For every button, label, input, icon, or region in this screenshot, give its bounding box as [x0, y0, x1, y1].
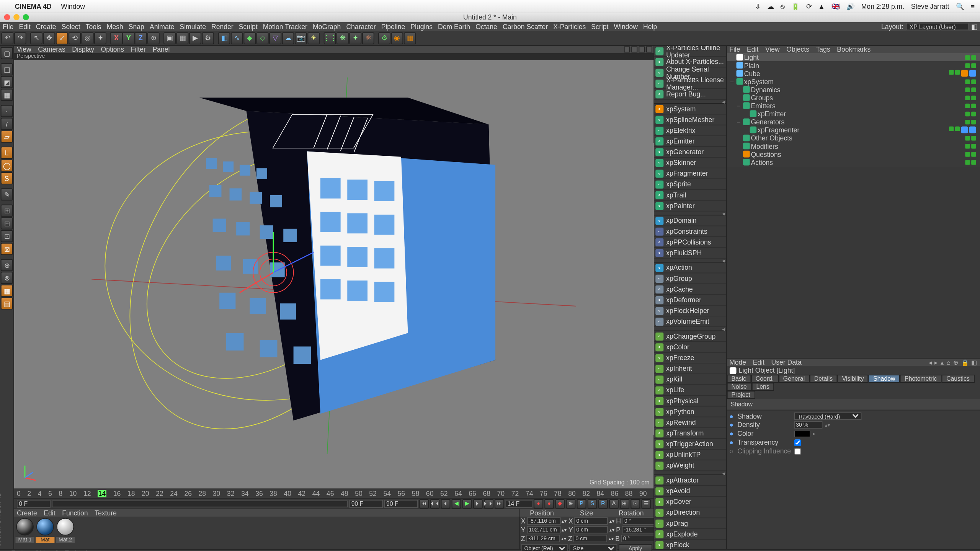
traffic-lights[interactable]: [4, 14, 29, 20]
xp-xpcover[interactable]: ∘xpCover: [654, 497, 726, 507]
prev-frame-icon[interactable]: ⏴: [441, 499, 451, 509]
tree-item-groups[interactable]: Groups: [727, 93, 980, 101]
deformer-icon[interactable]: ▽: [269, 32, 281, 44]
xp-xpgroup[interactable]: ∘xpGroup: [654, 273, 726, 284]
density-input[interactable]: [794, 421, 822, 429]
key-icon[interactable]: ◆: [555, 499, 565, 509]
tab-lens[interactable]: Lens: [751, 383, 774, 391]
xp-x-particles-license-manager---[interactable]: ∘X-Particles License Manager...: [654, 78, 726, 89]
light-icon[interactable]: ☀: [308, 32, 320, 44]
rot-H-input[interactable]: [622, 517, 656, 525]
mat-menu-create[interactable]: Create: [17, 509, 37, 517]
xp-xplife[interactable]: ∘xpLife: [654, 385, 726, 396]
obj-menu-file[interactable]: File: [729, 46, 740, 53]
tl-opt-icon[interactable]: ⊡: [630, 499, 640, 509]
snap-icon[interactable]: ⊞: [1, 205, 13, 217]
shadow-type-select[interactable]: Raytraced (Hard): [794, 412, 861, 420]
clipping-checkbox[interactable]: [794, 448, 801, 455]
xp-xpcolor[interactable]: ∘xpColor: [654, 342, 726, 352]
step-fwd-icon[interactable]: ⏵⏵: [484, 499, 493, 509]
obj-menu-tags[interactable]: Tags: [816, 46, 830, 53]
undo-icon[interactable]: ↶: [2, 32, 14, 44]
search-icon[interactable]: 🔍: [956, 3, 964, 10]
tab-caustics[interactable]: Caustics: [942, 375, 974, 383]
rotate-tool-icon[interactable]: ⟲: [69, 32, 81, 44]
dynamics-icon[interactable]: ⚛: [362, 32, 374, 44]
pos-Y-input[interactable]: [527, 526, 560, 533]
rot-P-input[interactable]: [622, 526, 656, 533]
xp-xpinherit[interactable]: ∘xpInherit: [654, 363, 726, 374]
tree-item-actions[interactable]: Actions: [727, 158, 980, 166]
transparency-checkbox[interactable]: [794, 439, 801, 446]
render-region-icon[interactable]: ▦: [176, 32, 189, 44]
xp-xpphysical[interactable]: ∘xpPhysical: [654, 396, 726, 406]
menu-character[interactable]: Character: [346, 23, 376, 30]
mac-menu-window[interactable]: Window: [61, 3, 85, 10]
xp-xpsprite[interactable]: ∘xpSprite: [654, 179, 726, 190]
goto-end-icon[interactable]: ⏭: [495, 499, 504, 509]
apply-button[interactable]: Apply: [619, 544, 652, 551]
texture-mode-icon[interactable]: ◩: [1, 76, 13, 88]
xp-xpaction[interactable]: ∘xpAction: [654, 262, 726, 273]
nav-back-icon[interactable]: ◂: [929, 359, 932, 366]
xp-xpsystem[interactable]: ∘xpSystem: [654, 104, 726, 114]
obj-menu-objects[interactable]: Objects: [786, 46, 809, 53]
xp2-icon[interactable]: ◉: [391, 32, 403, 44]
obj-menu-edit[interactable]: Edit: [747, 46, 758, 53]
xp-xppython[interactable]: ∘xpPython: [654, 406, 726, 417]
render-view-icon[interactable]: ▣: [163, 32, 176, 44]
vp-menu-view[interactable]: View: [17, 46, 31, 53]
move-tool-icon[interactable]: ✥: [43, 32, 56, 44]
xp3-icon[interactable]: ▦: [404, 32, 416, 44]
tree-item-emitters[interactable]: −Emitters: [727, 101, 980, 109]
next-frame-icon[interactable]: ⏵: [473, 499, 483, 509]
size-Z-input[interactable]: [573, 535, 607, 542]
camera-icon[interactable]: 📷: [295, 32, 307, 44]
status-icon[interactable]: 🔊: [846, 3, 854, 10]
polygon-mode-icon[interactable]: ▱: [1, 130, 13, 143]
object-tree[interactable]: LightPlainCube−xpSystemDynamicsGroups−Em…: [727, 53, 980, 168]
axis-lock[interactable]: XYZ: [110, 32, 147, 44]
vp-menu-display[interactable]: Display: [72, 46, 94, 53]
xp-xpavoid[interactable]: ∘xpAvoid: [654, 486, 726, 496]
step-back-icon[interactable]: ⏴⏴: [430, 499, 439, 509]
xp-xpdrag[interactable]: ∘xpDrag: [654, 518, 726, 529]
vp-nav-icon[interactable]: [646, 46, 652, 52]
render-settings-icon[interactable]: ⚙: [202, 32, 214, 44]
tree-item-modifiers[interactable]: Modifiers: [727, 142, 980, 150]
menu-window[interactable]: Window: [614, 23, 638, 30]
status-icon[interactable]: ▲: [818, 3, 825, 10]
axis-s-icon[interactable]: S: [1, 172, 13, 184]
size-X-input[interactable]: [574, 517, 608, 525]
status-icon[interactable]: ⎋: [781, 3, 785, 10]
rot-B-input[interactable]: [621, 535, 655, 542]
effector-icon[interactable]: ❋: [336, 32, 349, 44]
generator-icon[interactable]: ◆: [243, 32, 256, 44]
xp-xpfluidsph[interactable]: ∘xpFluidSPH: [654, 248, 726, 258]
status-icon[interactable]: ☁: [767, 3, 774, 10]
tree-item-xpemitter[interactable]: xpEmitter: [727, 110, 980, 118]
tree-item-generators[interactable]: −Generators: [727, 118, 980, 126]
material-swatch[interactable]: Mat: [36, 518, 54, 543]
ext-icon[interactable]: ◧: [971, 359, 977, 366]
menu-mograph[interactable]: MoGraph: [313, 23, 341, 30]
autokey-icon[interactable]: ●: [544, 499, 554, 509]
xp-xpfreeze[interactable]: ∘xpFreeze: [654, 352, 726, 363]
tab-basic[interactable]: Basic: [727, 375, 751, 383]
mat-menu-function[interactable]: Function: [62, 509, 88, 517]
menu-icon[interactable]: ≡: [971, 3, 975, 10]
attr-menu-mode[interactable]: Mode: [729, 359, 746, 366]
play-fwd-icon[interactable]: ▶: [462, 499, 472, 509]
xp-xpppcollisions[interactable]: ∘xpPPCollisions: [654, 237, 726, 248]
size-Y-input[interactable]: [574, 526, 608, 533]
spline-icon[interactable]: ∿: [231, 32, 243, 44]
status-icon[interactable]: 🔋: [791, 3, 799, 10]
wp1-icon[interactable]: ⊕: [1, 259, 13, 271]
coord-size-select[interactable]: Size: [570, 544, 617, 551]
xp-xprewind[interactable]: ∘xpRewind: [654, 417, 726, 428]
frame-start-input[interactable]: [17, 499, 51, 507]
xp-icon[interactable]: ⚙: [378, 32, 390, 44]
particle-icon[interactable]: ✦: [350, 32, 362, 44]
mograph-icon[interactable]: ⋮⋮: [324, 32, 336, 44]
vp-nav-icon[interactable]: [639, 46, 645, 52]
